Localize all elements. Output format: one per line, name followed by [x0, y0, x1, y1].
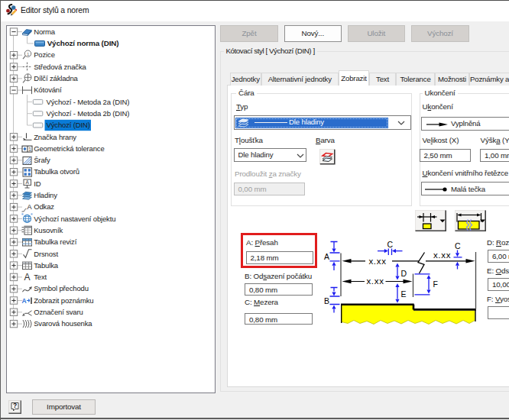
- svg-text:1: 1: [27, 52, 30, 57]
- svg-text:B: B: [324, 296, 329, 305]
- svg-text:Výchozí nastavení objektu: Výchozí nastavení objektu: [34, 215, 115, 223]
- svg-text:1: 1: [28, 147, 31, 152]
- svg-text:Text: Text: [34, 273, 47, 281]
- svg-text:ID: ID: [34, 179, 41, 188]
- svg-text:C: C: [387, 240, 394, 249]
- svg-text:Šrafy: Šrafy: [34, 156, 50, 164]
- svg-text:Tabulka: Tabulka: [34, 261, 59, 270]
- svg-text:x.xx: x.xx: [368, 257, 386, 266]
- svg-text:Zobrazit poznámku: Zobrazit poznámku: [34, 296, 93, 305]
- svg-text:D: D: [401, 269, 407, 278]
- svg-text:Pozice: Pozice: [34, 50, 55, 59]
- svg-text:Značka hrany: Značka hrany: [34, 133, 76, 141]
- svg-text:A: A: [24, 272, 31, 283]
- svg-text:Geometrická tolerance: Geometrická tolerance: [34, 144, 104, 153]
- svg-text:Výchozí - Metoda 2b (DIN): Výchozí - Metoda 2b (DIN): [47, 109, 130, 118]
- svg-text:Výchozí norma (DIN): Výchozí norma (DIN): [47, 39, 119, 47]
- svg-text:Výchozí - Metoda 2a (DIN): Výchozí - Metoda 2a (DIN): [47, 98, 130, 106]
- svg-text:Norma: Norma: [34, 27, 56, 36]
- svg-text:Označení svaru: Označení svaru: [34, 308, 83, 316]
- svg-text:A: A: [324, 252, 329, 261]
- svg-text:Odkaz: Odkaz: [34, 202, 54, 211]
- svg-text:C: C: [455, 241, 461, 250]
- svg-text:Středová značka: Středová značka: [34, 63, 86, 71]
- svg-text:Hladiny: Hladiny: [34, 191, 57, 199]
- svg-text:Drsnost: Drsnost: [34, 250, 58, 258]
- svg-text:?: ?: [13, 402, 17, 409]
- svg-text:Dílčí základna: Dílčí základna: [34, 74, 78, 82]
- svg-text:A: A: [22, 297, 27, 305]
- svg-text:Tabulka otvorů: Tabulka otvorů: [34, 167, 79, 176]
- svg-text:Svarová housenka: Svarová housenka: [34, 319, 92, 328]
- svg-text:Symbol přechodu: Symbol přechodu: [34, 284, 89, 292]
- svg-text:Tabulka revizí: Tabulka revizí: [34, 237, 76, 246]
- svg-text:x.xx: x.xx: [366, 276, 384, 286]
- svg-text:E: E: [401, 289, 407, 299]
- svg-text:A: A: [28, 203, 32, 211]
- svg-text:Kótování: Kótování: [34, 86, 62, 94]
- svg-text:Výchozí (DIN): Výchozí (DIN): [47, 121, 90, 129]
- svg-text:Kusovník: Kusovník: [34, 226, 63, 234]
- svg-text:F: F: [433, 279, 438, 289]
- svg-text:x.xx: x.xx: [433, 250, 451, 260]
